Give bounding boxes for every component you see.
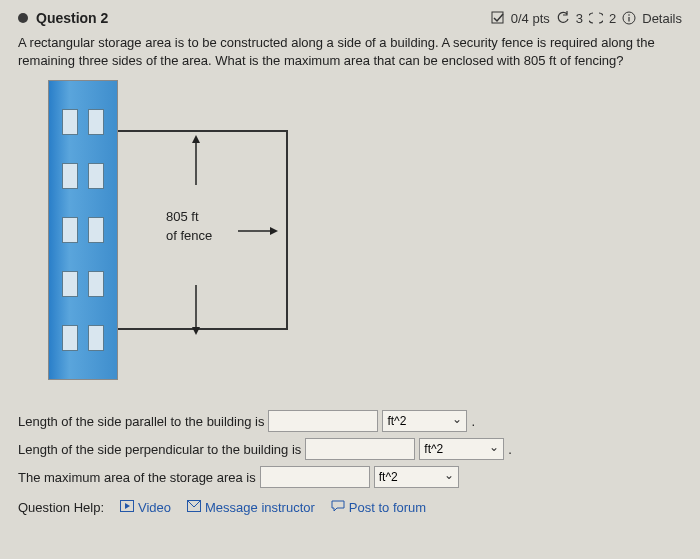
fence-label-line1: 805 ft <box>166 208 212 226</box>
svg-point-2 <box>628 14 630 16</box>
fence-label-line2: of fence <box>166 227 212 245</box>
points-text: 0/4 pts <box>511 11 550 26</box>
header-left: Question 2 <box>18 10 108 26</box>
unit-select-area[interactable]: ft^2 <box>374 466 459 488</box>
answers-block: Length of the side parallel to the build… <box>18 410 682 488</box>
video-text: Video <box>138 500 171 515</box>
svg-marker-7 <box>192 327 200 335</box>
svg-marker-11 <box>125 503 130 509</box>
input-perpendicular[interactable] <box>305 438 415 460</box>
label-perpendicular: Length of the side perpendicular to the … <box>18 442 301 457</box>
question-prompt: A rectangular storage area is to be cons… <box>18 34 682 70</box>
details-link[interactable]: Details <box>642 11 682 26</box>
label-area: The maximum area of the storage area is <box>18 470 256 485</box>
arrow-down-icon <box>190 285 202 338</box>
attempts-icon <box>589 11 603 25</box>
arrow-up-icon <box>190 135 202 188</box>
input-parallel[interactable] <box>268 410 378 432</box>
unit-select-perpendicular[interactable]: ft^2 <box>419 438 504 460</box>
info-icon <box>622 11 636 25</box>
status-bullet-icon <box>18 13 28 23</box>
answer-row-area: The maximum area of the storage area is … <box>18 466 682 488</box>
video-icon <box>120 500 134 515</box>
header-right: 0/4 pts 3 2 Details <box>491 11 682 26</box>
unit-select-parallel[interactable]: ft^2 <box>382 410 467 432</box>
help-label: Question Help: <box>18 500 104 515</box>
period: . <box>471 414 475 429</box>
svg-marker-5 <box>192 135 200 143</box>
retry-icon <box>556 11 570 25</box>
svg-marker-9 <box>270 227 278 235</box>
checkbox-icon <box>491 11 505 25</box>
chat-icon <box>331 500 345 515</box>
help-row: Question Help: Video Message instructor … <box>18 500 682 515</box>
envelope-icon <box>187 500 201 515</box>
message-text: Message instructor <box>205 500 315 515</box>
retries-count: 3 <box>576 11 583 26</box>
fence-label: 805 ft of fence <box>166 208 212 244</box>
answer-row-parallel: Length of the side parallel to the build… <box>18 410 682 432</box>
answer-row-perpendicular: Length of the side perpendicular to the … <box>18 438 682 460</box>
period: . <box>508 442 512 457</box>
building-graphic <box>48 80 118 380</box>
figure: 805 ft of fence <box>48 80 308 380</box>
message-link[interactable]: Message instructor <box>187 500 315 515</box>
label-parallel: Length of the side parallel to the build… <box>18 414 264 429</box>
question-title: Question 2 <box>36 10 108 26</box>
attempts-count: 2 <box>609 11 616 26</box>
video-link[interactable]: Video <box>120 500 171 515</box>
question-header: Question 2 0/4 pts 3 2 Details <box>18 10 682 26</box>
input-area[interactable] <box>260 466 370 488</box>
arrow-right-icon <box>238 225 278 240</box>
forum-text: Post to forum <box>349 500 426 515</box>
svg-rect-3 <box>629 17 630 22</box>
forum-link[interactable]: Post to forum <box>331 500 426 515</box>
